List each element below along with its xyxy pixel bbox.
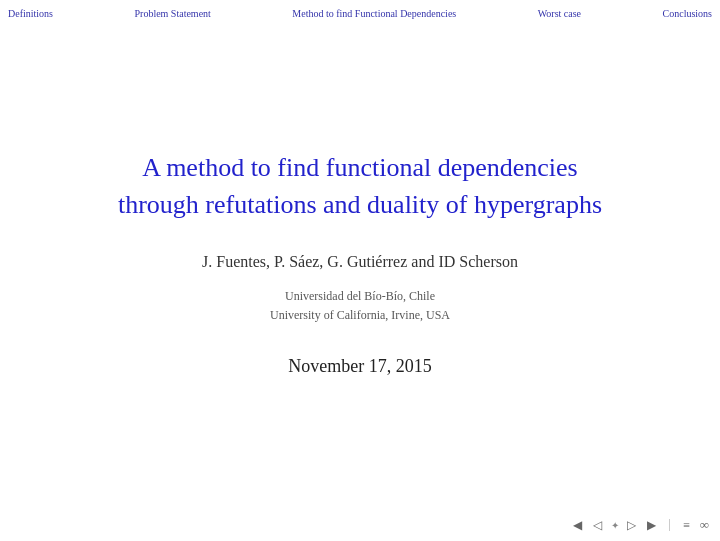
slide-authors: J. Fuentes, P. Sáez, G. Gutiérrez and ID… xyxy=(202,253,518,271)
affiliation-1: Universidad del Bío-Bío, Chile xyxy=(270,287,450,306)
menu-dots-icon[interactable]: ∞ xyxy=(700,517,708,533)
arrow-left-small-icon[interactable]: ◁ xyxy=(589,517,607,533)
nav-arrows-group: ◀ ◁ ✦ ▷ ▶ xyxy=(569,517,661,533)
affiliation-2: University of California, Irvine, USA xyxy=(270,306,450,325)
slide-title: A method to find functional dependencies… xyxy=(118,150,602,223)
nav-item-method[interactable]: Method to find Functional Dependencies xyxy=(292,8,456,19)
nav-item-worst-case[interactable]: Worst case xyxy=(538,8,581,19)
slide-title-line2: through refutations and duality of hyper… xyxy=(118,190,602,219)
nav-item-conclusions[interactable]: Conclusions xyxy=(663,8,712,19)
arrow-right-icon[interactable]: ▶ xyxy=(643,517,661,533)
nav-item-definitions[interactable]: Definitions xyxy=(8,8,53,19)
bookmark-icon[interactable]: ≡ xyxy=(678,517,696,533)
slide-date: November 17, 2015 xyxy=(288,356,431,377)
arrow-right-small-icon[interactable]: ▷ xyxy=(623,517,641,533)
toolbar-separator xyxy=(669,519,670,531)
nav-item-problem-statement[interactable]: Problem Statement xyxy=(134,8,210,19)
slide-content: A method to find functional dependencies… xyxy=(0,26,720,541)
nav-bar: Definitions Problem Statement Method to … xyxy=(0,0,720,26)
slide-affiliations: Universidad del Bío-Bío, Chile Universit… xyxy=(270,287,450,325)
slide-title-line1: A method to find functional dependencies xyxy=(142,153,577,182)
arrow-left-icon[interactable]: ◀ xyxy=(569,517,587,533)
bottom-toolbar: ◀ ◁ ✦ ▷ ▶ ≡ ∞ xyxy=(569,517,708,533)
separator-dot: ✦ xyxy=(611,520,619,531)
